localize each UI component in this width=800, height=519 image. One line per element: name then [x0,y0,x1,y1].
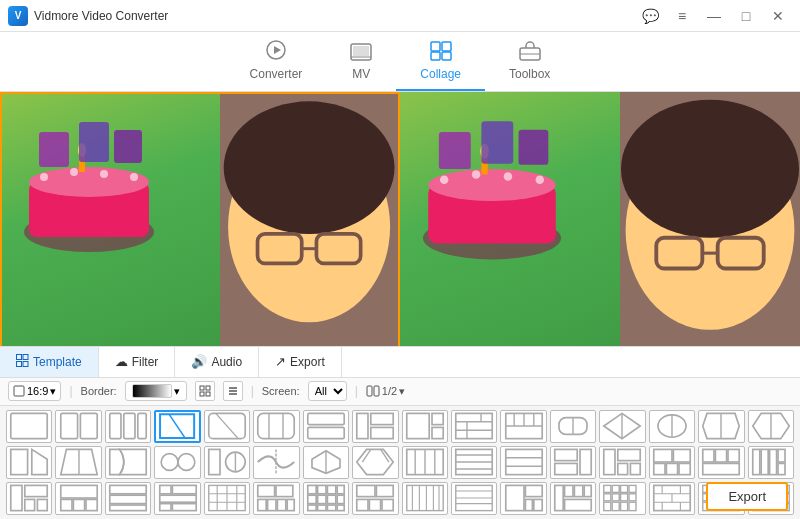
template-23[interactable] [303,446,349,479]
template-44[interactable] [550,482,596,515]
template-12[interactable] [550,410,596,443]
message-button[interactable]: 💬 [636,6,664,26]
template-21[interactable] [204,446,250,479]
template-41[interactable] [402,482,448,515]
svg-rect-167 [258,486,275,497]
template-2[interactable] [55,410,101,443]
template-10[interactable] [451,410,497,443]
svg-rect-160 [172,504,196,511]
svg-rect-147 [25,500,35,511]
tab-converter[interactable]: Converter [226,33,327,91]
template-20[interactable] [154,446,200,479]
template-27[interactable] [500,446,546,479]
svg-rect-171 [278,500,286,511]
template-18[interactable] [55,446,101,479]
template-45[interactable] [599,482,645,515]
svg-rect-129 [618,464,628,475]
template-29[interactable] [599,446,645,479]
options-row: 16:9 ▾ | Border: ▾ | Screen: All | 1/2 ▾ [0,378,800,406]
export-button[interactable]: Export [706,482,788,511]
template-4[interactable] [154,410,200,443]
svg-rect-204 [555,486,563,511]
svg-rect-170 [268,500,276,511]
svg-rect-141 [761,450,768,475]
template-3[interactable] [105,410,151,443]
title-bar: V Vidmore Video Converter 💬 ≡ — □ ✕ [0,0,800,32]
template-31[interactable] [698,446,744,479]
converter-icon [265,39,287,64]
template-7[interactable] [303,410,349,443]
svg-rect-146 [25,486,47,497]
border-color-btn[interactable]: ▾ [125,381,187,401]
svg-rect-76 [308,428,344,439]
svg-rect-182 [317,505,325,511]
template-37[interactable] [204,482,250,515]
ratio-selector[interactable]: 16:9 ▾ [8,381,61,401]
template-tab-button[interactable]: Template [0,347,99,377]
svg-marker-1 [274,46,281,54]
svg-rect-78 [371,413,393,424]
template-35[interactable] [105,482,151,515]
svg-rect-54 [200,386,204,390]
svg-rect-219 [621,503,628,511]
template-28[interactable] [550,446,596,479]
border-stripe-btn[interactable] [223,381,243,401]
template-15[interactable] [698,410,744,443]
template-19[interactable] [105,446,151,479]
svg-rect-154 [110,496,146,504]
template-22[interactable] [253,446,299,479]
template-17[interactable] [6,446,52,479]
screen-select[interactable]: All [308,381,347,401]
template-40[interactable] [352,482,398,515]
border-grid-btn[interactable] [195,381,215,401]
svg-rect-6 [442,42,451,51]
template-14[interactable] [649,410,695,443]
template-1[interactable] [6,410,52,443]
svg-rect-169 [258,500,266,511]
template-6[interactable] [253,410,299,443]
template-46[interactable] [649,482,695,515]
template-25[interactable] [402,446,448,479]
svg-rect-105 [209,450,220,475]
export-tab-label: Export [290,355,325,369]
svg-rect-40 [481,121,513,164]
template-36[interactable] [154,482,200,515]
svg-rect-217 [604,503,611,511]
template-42[interactable] [451,482,497,515]
filter-tab-button[interactable]: ☁ Filter [99,347,176,377]
template-24[interactable] [352,446,398,479]
tab-collage[interactable]: Collage [396,35,485,91]
template-8[interactable] [352,410,398,443]
template-32[interactable] [748,446,794,479]
template-43[interactable] [500,482,546,515]
template-5[interactable] [204,410,250,443]
svg-point-13 [29,167,149,197]
audio-tab-button[interactable]: 🔊 Audio [175,347,259,377]
export-tab-button[interactable]: ↗ Export [259,347,342,377]
split-chevron[interactable]: ▾ [399,385,405,398]
menu-button[interactable]: ≡ [668,6,696,26]
svg-rect-218 [613,503,620,511]
template-34[interactable] [55,482,101,515]
svg-rect-209 [604,486,611,493]
template-38[interactable] [253,482,299,515]
tab-mv[interactable]: MV [326,37,396,91]
close-button[interactable]: ✕ [764,6,792,26]
maximize-button[interactable]: □ [732,6,760,26]
template-13[interactable] [599,410,645,443]
svg-rect-130 [631,464,641,475]
tab-toolbox[interactable]: Toolbox [485,35,574,91]
minimize-button[interactable]: — [700,6,728,26]
svg-rect-41 [519,130,549,165]
svg-rect-214 [613,494,620,501]
svg-rect-173 [308,486,316,494]
svg-rect-75 [308,413,344,424]
template-39[interactable] [303,482,349,515]
template-30[interactable] [649,446,695,479]
template-33[interactable] [6,482,52,515]
template-26[interactable] [451,446,497,479]
template-16[interactable] [748,410,794,443]
template-9[interactable] [402,410,448,443]
template-11[interactable] [500,410,546,443]
border-chevron: ▾ [174,385,180,398]
